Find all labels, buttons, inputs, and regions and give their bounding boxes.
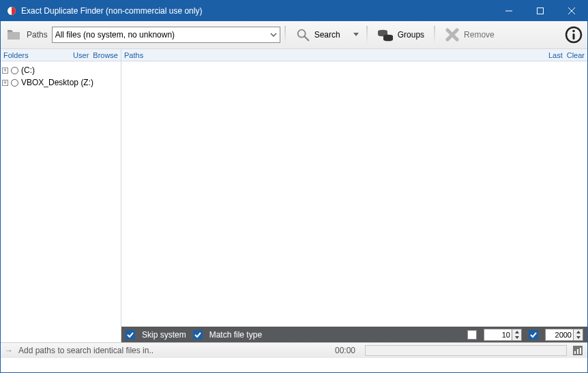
spinner-arrows[interactable] bbox=[574, 329, 583, 341]
svg-rect-20 bbox=[577, 349, 578, 354]
paths-panel: Paths Last Clear Skip system Match file … bbox=[121, 49, 587, 342]
max-size-spinner[interactable] bbox=[545, 329, 583, 341]
svg-point-16 bbox=[572, 30, 575, 33]
match-type-checkbox[interactable] bbox=[193, 330, 203, 340]
folders-browse-link[interactable]: Browse bbox=[93, 51, 118, 59]
paths-title: Paths bbox=[124, 51, 143, 59]
main-area: Folders User Browse + (C:) + VBOX_Deskto… bbox=[1, 49, 587, 342]
chart-icon[interactable] bbox=[572, 345, 583, 356]
search-button[interactable]: Search bbox=[290, 24, 346, 46]
status-time: 00:00 bbox=[335, 346, 359, 355]
folders-panel: Folders User Browse + (C:) + VBOX_Deskto… bbox=[1, 49, 121, 342]
file-filter-value: All files (no system, no unknown) bbox=[55, 30, 175, 40]
max-size-input[interactable] bbox=[545, 329, 574, 341]
paths-list[interactable] bbox=[121, 61, 587, 327]
search-icon bbox=[295, 27, 310, 42]
app-icon bbox=[6, 5, 17, 16]
remove-button[interactable]: Remove bbox=[439, 24, 500, 46]
search-dropdown[interactable] bbox=[350, 33, 362, 37]
paths-last-link[interactable]: Last bbox=[548, 51, 563, 59]
folder-icon bbox=[5, 26, 23, 44]
titlebar: Exact Duplicate Finder (non-commercial u… bbox=[1, 1, 587, 21]
check-icon bbox=[194, 331, 201, 338]
remove-icon bbox=[445, 27, 460, 42]
drive-item[interactable]: + (C:) bbox=[2, 64, 119, 76]
check-icon bbox=[127, 331, 134, 338]
window-title: Exact Duplicate Finder (non-commercial u… bbox=[21, 6, 493, 16]
status-arrow-icon: → bbox=[5, 346, 13, 355]
svg-point-12 bbox=[383, 38, 393, 42]
min-size-input[interactable] bbox=[484, 329, 512, 341]
file-filter-combo[interactable]: All files (no system, no unknown) bbox=[52, 27, 280, 43]
groups-button[interactable]: Groups bbox=[372, 24, 430, 46]
svg-rect-19 bbox=[574, 351, 576, 354]
drive-item[interactable]: + VBOX_Desktop (Z:) bbox=[2, 76, 119, 89]
svg-rect-2 bbox=[538, 8, 544, 14]
expand-icon[interactable]: + bbox=[2, 80, 8, 86]
chevron-down-icon bbox=[270, 31, 277, 38]
skip-system-checkbox[interactable] bbox=[126, 330, 135, 340]
progress-bar bbox=[365, 345, 567, 356]
info-button[interactable] bbox=[564, 25, 583, 44]
paths-label: Paths bbox=[27, 30, 48, 40]
paths-clear-link[interactable]: Clear bbox=[567, 51, 585, 59]
search-label: Search bbox=[314, 30, 340, 40]
check-icon bbox=[530, 331, 537, 338]
maximize-button[interactable] bbox=[525, 1, 556, 21]
folders-title: Folders bbox=[3, 51, 29, 59]
close-button[interactable] bbox=[556, 1, 587, 21]
separator bbox=[434, 26, 435, 44]
toolbar: Paths All files (no system, no unknown) … bbox=[1, 21, 587, 49]
separator bbox=[284, 26, 286, 44]
match-type-label: Match file type bbox=[209, 330, 262, 340]
drive-radio[interactable] bbox=[11, 67, 18, 74]
filter-bar: Skip system Match file type bbox=[121, 327, 587, 342]
drive-radio[interactable] bbox=[11, 79, 18, 87]
svg-rect-17 bbox=[573, 33, 575, 40]
paths-panel-header: Paths Last Clear bbox=[121, 49, 587, 61]
expand-icon[interactable]: + bbox=[2, 68, 8, 74]
drive-tree: + (C:) + VBOX_Desktop (Z:) bbox=[1, 61, 121, 91]
separator bbox=[366, 26, 368, 44]
max-size-checkbox[interactable] bbox=[529, 330, 538, 340]
spinner-arrows[interactable] bbox=[512, 329, 522, 341]
folders-user-link[interactable]: User bbox=[73, 51, 89, 59]
folders-panel-header: Folders User Browse bbox=[1, 49, 121, 61]
skip-system-label: Skip system bbox=[142, 330, 186, 340]
drive-label: VBOX_Desktop (Z:) bbox=[21, 78, 93, 87]
svg-line-6 bbox=[304, 37, 308, 41]
groups-icon bbox=[377, 27, 394, 42]
minimize-button[interactable] bbox=[493, 1, 525, 21]
min-size-checkbox[interactable] bbox=[467, 330, 477, 340]
groups-label: Groups bbox=[398, 30, 424, 40]
min-size-spinner[interactable] bbox=[484, 329, 522, 341]
status-hint: Add paths to search identical files in.. bbox=[18, 346, 153, 355]
status-bar: → Add paths to search identical files in… bbox=[1, 342, 587, 358]
remove-label: Remove bbox=[464, 30, 495, 40]
drive-label: (C:) bbox=[21, 65, 35, 75]
svg-rect-21 bbox=[580, 348, 581, 354]
chevron-down-icon bbox=[353, 33, 359, 37]
